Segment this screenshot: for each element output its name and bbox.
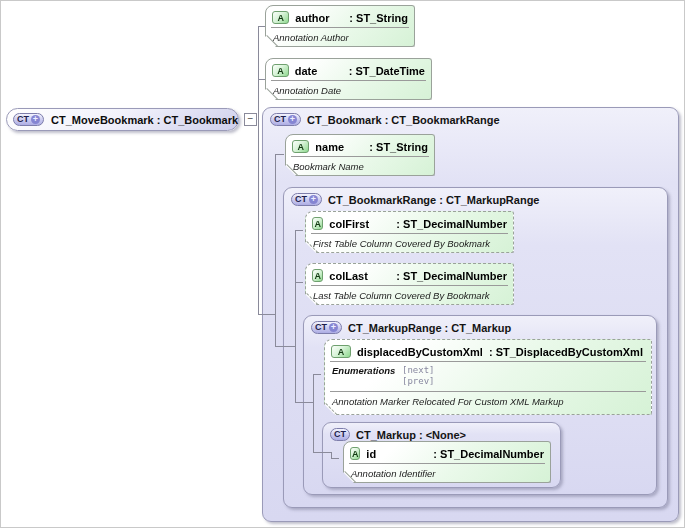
attr-description: Annotation Date: [266, 81, 431, 96]
connector-line: [275, 346, 295, 347]
schema-diagram: CT + CT_MoveBookmark : CT_Bookmark − A a…: [0, 0, 685, 528]
attr-colfirst[interactable]: A colFirst : ST_DecimalNumber First Tabl…: [305, 211, 514, 253]
attr-type: : ST_DisplacedByCustomXml: [489, 346, 643, 358]
enumerations-row: Enumerations [next] [prev]: [325, 362, 651, 391]
attr-author[interactable]: A author : ST_String Annotation Author: [265, 5, 415, 47]
container-title: CT_Bookmark : CT_BookmarkRange: [307, 114, 500, 126]
attr-name: displacedByCustomXml: [357, 346, 483, 358]
attr-description: Annotation Author: [266, 28, 414, 43]
ct-badge-label: CT: [17, 114, 29, 125]
connector-line: [258, 79, 265, 80]
connector-line: [295, 230, 296, 402]
connector-line: [275, 154, 284, 155]
connector-line: [295, 230, 303, 231]
container-ct-markup[interactable]: CT CT_Markup : <None> A id : ST_DecimalN…: [322, 422, 561, 488]
connector-line: [331, 458, 339, 459]
attr-displacedbycustomxml[interactable]: A displacedByCustomXml : ST_DisplacedByC…: [324, 339, 652, 415]
complex-type-badge-icon: CT: [330, 428, 350, 441]
container-ct-markuprange[interactable]: CT + CT_MarkupRange : CT_Markup A displa…: [303, 315, 657, 495]
plus-icon: +: [329, 323, 338, 332]
container-ct-bookmarkrange[interactable]: CT + CT_BookmarkRange : CT_MarkupRange A…: [283, 187, 668, 508]
ct-badge-label: CT: [295, 194, 307, 205]
attr-type: : ST_DecimalNumber: [396, 270, 507, 282]
plus-icon: +: [31, 115, 40, 124]
attr-name-bookmark[interactable]: A name : ST_String Bookmark Name: [285, 134, 435, 176]
complex-type-badge-icon: CT +: [291, 193, 322, 206]
enumerations-label: Enumerations: [332, 365, 402, 376]
attribute-badge-icon: A: [312, 217, 323, 230]
attribute-badge-icon: A: [331, 345, 351, 358]
attr-type: : ST_String: [369, 141, 428, 153]
connector-line: [295, 402, 313, 403]
node-ct-movebookmark[interactable]: CT + CT_MoveBookmark : CT_Bookmark: [6, 108, 239, 131]
ct-badge-label: CT: [274, 114, 286, 125]
plus-icon: +: [309, 195, 318, 204]
container-title: CT_MarkupRange : CT_Markup: [348, 322, 511, 334]
node-title: CT_MoveBookmark : CT_Bookmark: [51, 114, 238, 126]
enum-value: [prev]: [402, 376, 435, 387]
attr-name: date: [295, 65, 343, 77]
connector-line: [313, 374, 321, 375]
container-title: CT_Markup : <None>: [356, 429, 466, 441]
attribute-badge-icon: A: [312, 269, 323, 282]
attribute-badge-icon: A: [350, 447, 360, 460]
attr-id[interactable]: A id : ST_DecimalNumber Annotation Ident…: [343, 441, 551, 483]
connector-line: [275, 154, 276, 346]
attribute-badge-icon: A: [272, 64, 289, 77]
attr-type: : ST_DecimalNumber: [433, 448, 544, 460]
complex-type-badge-icon: CT +: [270, 113, 301, 126]
attribute-badge-icon: A: [272, 11, 289, 24]
attr-description: Last Table Column Covered By Bookmark: [306, 286, 513, 301]
attr-description: Annotation Marker Relocated For Custom X…: [325, 392, 651, 407]
attr-name: colFirst: [329, 218, 390, 230]
container-ct-bookmark[interactable]: CT + CT_Bookmark : CT_BookmarkRange A na…: [262, 107, 679, 522]
attr-description: Annotation Identifier: [344, 464, 550, 479]
connector-line: [313, 452, 331, 453]
attr-description: First Table Column Covered By Bookmark: [306, 234, 513, 249]
connector-line: [258, 26, 265, 27]
collapse-button[interactable]: −: [244, 113, 257, 126]
attr-date[interactable]: A date : ST_DateTime Annotation Date: [265, 58, 432, 100]
attr-type: : ST_DecimalNumber: [396, 218, 507, 230]
enum-value: [next]: [402, 365, 435, 376]
connector-line: [258, 314, 275, 315]
ct-badge-label: CT: [334, 429, 346, 440]
attr-collast[interactable]: A colLast : ST_DecimalNumber Last Table …: [305, 263, 514, 305]
connector-line: [295, 282, 303, 283]
plus-icon: +: [288, 115, 297, 124]
enumeration-values: [next] [prev]: [402, 365, 435, 388]
complex-type-badge-icon: CT +: [311, 321, 342, 334]
container-title: CT_BookmarkRange : CT_MarkupRange: [328, 194, 540, 206]
attr-name: colLast: [329, 270, 390, 282]
ct-badge-label: CT: [315, 322, 327, 333]
connector-line: [258, 26, 259, 315]
attr-description: Bookmark Name: [286, 157, 434, 172]
attr-type: : ST_String: [349, 12, 408, 24]
attr-type: : ST_DateTime: [349, 65, 425, 77]
connector-line: [313, 374, 314, 452]
attr-name: id: [366, 448, 427, 460]
complex-type-badge-icon: CT +: [13, 113, 44, 126]
attribute-badge-icon: A: [292, 140, 309, 153]
attr-name: author: [295, 12, 343, 24]
attr-name: name: [315, 141, 363, 153]
